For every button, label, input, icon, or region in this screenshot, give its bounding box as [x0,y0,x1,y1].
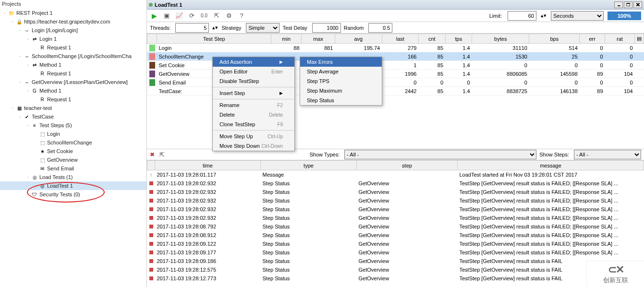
log-row[interactable]: 2017-11-03 19:28:02.932Step StatusGetOve… [147,214,644,222]
log-row[interactable]: 2017-11-03 19:28:02.932Step StatusGetOve… [147,179,644,188]
log-row[interactable]: 2017-11-03 19:28:12.575Step StatusGetOve… [147,265,644,274]
log-row[interactable]: 2017-11-03 19:28:08.912Step StatusGetOve… [147,231,644,239]
tree-item[interactable]: RRequest 1 [0,69,146,78]
reset-icon[interactable]: 0.0 [200,12,208,20]
stats-row[interactable]: Login88881195.74279851.43111051400 [147,44,644,52]
run-icon[interactable]: ▶ [150,12,158,20]
project-tree[interactable]: -📁REST Project 1-🔒https://teacher-test.g… [0,8,146,200]
stats-icon[interactable]: 📈 [175,12,183,20]
limit-stepper[interactable]: ▴▾ [540,12,547,19]
help-icon[interactable]: ? [237,12,246,20]
log-header[interactable]: step [357,161,458,170]
show-steps-select[interactable]: - All - [574,150,641,159]
tree-item[interactable]: ✉Send Email [0,164,146,173]
menu-item[interactable]: Step TPS [300,76,382,86]
log-row[interactable]: 2017-11-03 19:28:09.177Step StatusGetOve… [147,248,644,257]
menu-item[interactable]: Max Errors [300,57,382,67]
tree-icon: ↔ [23,52,31,60]
threads-stepper[interactable]: ▴▾ [212,24,219,31]
log-table[interactable]: timetypestepmessage↑2017-11-03 19:28:01.… [147,160,644,283]
tree-item[interactable]: ⬚SchoolItemChange [0,138,146,147]
log-row[interactable]: 2017-11-03 19:28:12.773Step StatusGetOve… [147,274,644,283]
tree-item[interactable]: -▦teacher-test [0,104,146,112]
minimize-button[interactable]: 🗕 [614,1,623,8]
tree-item[interactable]: RRequest 1 [0,95,146,104]
tree-item[interactable]: -📁REST Project 1 [0,9,146,17]
random-input[interactable] [368,23,392,33]
stats-header[interactable]: rat [605,34,635,44]
log-row[interactable]: 2017-11-03 19:28:02.932Step StatusGetOve… [147,205,644,214]
tree-item[interactable]: -⇄Login 1 [0,35,146,43]
tree-icon: ⇄ [31,35,38,43]
menu-item[interactable]: DeleteDelete [213,110,294,120]
menu-item[interactable]: Clone TestStepF9 [213,120,294,129]
menu-item[interactable]: Move Step DownCtrl-Down [213,141,294,151]
tree-label: Request 1 [47,71,71,76]
stats-header[interactable]: min [271,34,302,44]
limit-input[interactable] [508,11,536,21]
stats-header[interactable]: max [302,34,335,44]
tree-item[interactable]: -⇄Method 1 [0,60,146,69]
threads-input[interactable] [175,23,209,33]
tree-item[interactable]: ★Set Cookie [0,147,146,155]
tree-icon: R [38,70,46,77]
menu-item[interactable]: Disable TestStep [213,76,294,86]
stats-header[interactable]: bps [529,34,580,44]
tree-item[interactable]: -↔Login [/Login/Login] [0,26,146,35]
tree-item[interactable]: -◎Load Tests (1) [0,173,146,181]
stats-header[interactable]: bytes [472,34,529,44]
tree-label: REST Project 1 [16,10,53,16]
tree-item[interactable]: RRequest 1 [0,43,146,52]
log-row[interactable]: 2017-11-03 19:28:02.932Step StatusGetOve… [147,196,644,205]
context-menu[interactable]: Add Assertion▶Open EditorEnterDisable Te… [212,57,295,151]
maximize-button[interactable]: 🗖 [624,1,632,8]
log-row[interactable]: 2017-11-03 19:28:09.122Step StatusGetOve… [147,239,644,248]
export-icon[interactable]: ⇱ [212,12,221,20]
menu-item[interactable]: Open EditorEnter [213,67,294,76]
menu-item[interactable]: Step Average [300,67,382,76]
log-header[interactable]: time [155,161,261,170]
stats-header[interactable]: err [580,34,605,44]
log-header[interactable]: type [261,161,357,170]
menu-item[interactable]: Insert Step▶ [213,88,294,98]
tree-item[interactable]: -↔SchoolItemChange [/Login/SchoolItemCha [0,52,146,60]
stats-header[interactable]: cnt [418,34,445,44]
log-header[interactable] [147,161,155,170]
close-button[interactable]: 🗙 [633,1,642,8]
clear-log-icon[interactable]: ✖ [150,151,155,158]
testdelay-input[interactable] [312,23,341,33]
stats-header[interactable]: last [382,34,418,44]
stop-icon[interactable]: ▣ [162,12,171,20]
history-icon[interactable]: ⟳ [187,12,196,20]
menu-item[interactable]: Step Maximum [300,86,382,96]
tree-item[interactable]: -GMethod 1 [0,86,146,95]
stats-header[interactable]: tps [445,34,472,44]
stats-header[interactable]: avg [335,34,382,44]
tree-item[interactable]: -≡Test Steps (5) [0,121,146,130]
tree-item[interactable]: ⬚GetOverview [0,155,146,164]
strategy-select[interactable]: Simple [246,23,279,33]
menu-item[interactable]: Step Status [300,96,382,105]
context-submenu[interactable]: Max ErrorsStep AverageStep TPSStep Maxim… [300,57,382,106]
log-header[interactable]: message [458,161,644,170]
tree-item[interactable]: -✔TestCase [0,112,146,121]
menu-item[interactable]: Add Assertion▶ [213,57,294,67]
tree-item[interactable]: 🛡Security Tests (0) [0,190,146,199]
random-label: Random [344,25,366,31]
strategy-label: Strategy [221,25,243,31]
options-icon[interactable]: ⚙ [225,12,233,20]
log-row[interactable]: ↑2017-11-03 19:28:01.117MessageLoadTest … [147,170,644,179]
log-row[interactable]: 2017-11-03 19:28:09.186Step StatusGetOve… [147,257,644,265]
tree-item[interactable]: ◎LoadTest 1 [0,181,146,190]
show-types-select[interactable]: - All - [344,150,536,159]
export-log-icon[interactable]: ⇱ [158,150,166,159]
tree-item[interactable]: ⬚Login [0,130,146,138]
limit-unit-select[interactable]: Seconds [551,11,604,21]
tree-item[interactable]: -🔒https://teacher-test.grapecitydev.com [0,17,146,26]
log-row[interactable]: 2017-11-03 19:28:08.792Step StatusGetOve… [147,222,644,231]
stats-header[interactable]: Test Step [157,34,271,44]
log-row[interactable]: 2017-11-03 19:28:02.932Step StatusGetOve… [147,188,644,196]
tree-item[interactable]: -↔GetOverview [/LessonPlan/GetOverview] [0,78,146,86]
menu-item[interactable]: RenameF2 [213,100,294,110]
menu-item[interactable]: Move Step UpCtrl-Up [213,132,294,141]
